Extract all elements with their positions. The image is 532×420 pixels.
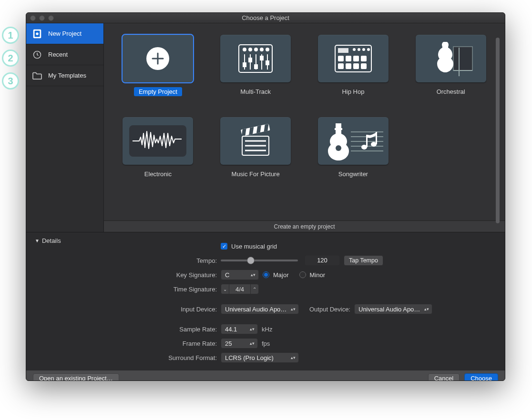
- time-signature-label: Time Signature:: [36, 286, 221, 293]
- stepper-up-icon[interactable]: ⌃: [250, 284, 259, 294]
- time-signature-value[interactable]: 4/4: [229, 284, 250, 294]
- sidebar-item-recent[interactable]: Recent: [26, 44, 103, 65]
- mode-minor-label: Minor: [310, 271, 326, 279]
- svg-rect-30: [361, 56, 367, 61]
- svg-rect-16: [243, 63, 246, 67]
- surround-format-label: Surround Format:: [36, 354, 221, 361]
- tempo-field[interactable]: 120: [305, 255, 340, 266]
- svg-rect-28: [346, 56, 351, 61]
- key-signature-select[interactable]: C▴▾: [221, 270, 259, 280]
- template-songwriter[interactable]: Songwriter: [316, 117, 391, 179]
- sidebar: New Project Recent My Templates: [26, 23, 104, 232]
- drum-machine-icon: [318, 35, 389, 82]
- svg-point-6: [243, 48, 246, 51]
- svg-rect-35: [453, 47, 472, 70]
- svg-rect-27: [338, 56, 344, 61]
- sidebar-item-label: My Templates: [48, 72, 86, 79]
- template-name: Multi-Track: [235, 87, 276, 96]
- sidebar-item-label: New Project: [48, 30, 82, 37]
- svg-rect-53: [366, 135, 368, 147]
- scrollbar[interactable]: [496, 38, 500, 228]
- cancel-button[interactable]: Cancel: [428, 373, 460, 381]
- template-name: Music For Picture: [227, 170, 285, 179]
- template-name: Orchestral: [432, 87, 470, 96]
- mode-major-label: Major: [273, 271, 289, 279]
- details-toggle[interactable]: ▼ Details: [35, 237, 61, 244]
- frame-rate-unit: fps: [262, 340, 270, 347]
- sidebar-item-my-templates[interactable]: My Templates: [26, 65, 103, 86]
- violin-icon: [416, 35, 486, 82]
- template-name: Songwriter: [334, 170, 373, 179]
- annotation-badge-2: 2: [2, 50, 19, 67]
- choose-button[interactable]: Choose: [464, 373, 498, 381]
- template-name: Electronic: [140, 170, 176, 179]
- time-signature-stepper[interactable]: ⌄ 4/4 ⌃: [221, 284, 259, 294]
- project-chooser-window: Choose a Project New Project Recent: [26, 12, 505, 381]
- details-label: Details: [42, 237, 61, 244]
- template-name: Hip Hop: [337, 87, 369, 96]
- use-musical-grid-checkbox[interactable]: ✓: [221, 243, 227, 250]
- svg-point-8: [255, 48, 257, 51]
- svg-point-2: [36, 32, 39, 35]
- template-electronic[interactable]: Electronic: [120, 117, 196, 179]
- template-music-for-picture[interactable]: Music For Picture: [218, 117, 294, 179]
- sidebar-item-label: Recent: [48, 51, 68, 58]
- disclosure-triangle-icon: ▼: [35, 238, 40, 243]
- key-signature-label: Key Signature:: [36, 271, 221, 279]
- file-plus-icon: [32, 29, 42, 39]
- stepper-down-icon[interactable]: ⌄: [221, 284, 229, 294]
- sidebar-item-new-project[interactable]: New Project: [26, 23, 103, 44]
- use-musical-grid-label: Use musical grid: [231, 243, 277, 250]
- svg-point-25: [362, 48, 365, 51]
- template-description: Create an empty project: [104, 220, 505, 232]
- surround-format-select[interactable]: LCRS (Pro Logic)▴▾: [221, 352, 299, 363]
- clapperboard-icon: [220, 117, 291, 165]
- svg-point-10: [266, 48, 269, 51]
- svg-rect-19: [260, 56, 263, 60]
- svg-rect-22: [338, 48, 348, 53]
- plus-circle-icon: [123, 35, 193, 82]
- clock-icon: [32, 50, 42, 60]
- tempo-label: Tempo:: [36, 257, 221, 264]
- svg-point-56: [336, 145, 341, 151]
- input-device-select[interactable]: Universal Audio Apoll…▴▾: [221, 304, 299, 314]
- window-controls[interactable]: [30, 15, 54, 21]
- input-device-label: Input Device:: [36, 306, 221, 313]
- template-orchestral[interactable]: Orchestral: [413, 35, 489, 96]
- svg-rect-20: [266, 61, 269, 65]
- svg-rect-34: [361, 63, 367, 69]
- template-name: Empty Project: [134, 87, 182, 96]
- footer: Open an existing Project… Cancel Choose: [26, 370, 505, 381]
- template-panel: Empty Project: [104, 23, 505, 232]
- open-existing-project-button[interactable]: Open an existing Project…: [33, 373, 119, 381]
- sample-rate-label: Sample Rate:: [36, 326, 221, 333]
- titlebar: Choose a Project: [26, 13, 505, 23]
- tap-tempo-button[interactable]: Tap Tempo: [344, 255, 383, 266]
- guitar-notes-icon: [318, 117, 389, 165]
- output-device-select[interactable]: Universal Audio Apoll…▴▾: [354, 304, 432, 314]
- svg-rect-17: [249, 58, 252, 62]
- folder-icon: [32, 70, 42, 81]
- waveform-icon: [123, 117, 193, 165]
- frame-rate-label: Frame Rate:: [36, 340, 221, 347]
- svg-rect-31: [338, 63, 344, 69]
- mode-minor-radio[interactable]: [299, 271, 306, 278]
- window-title: Choose a Project: [26, 14, 505, 21]
- template-empty-project[interactable]: Empty Project: [120, 35, 196, 96]
- svg-rect-18: [255, 65, 257, 69]
- svg-point-23: [353, 48, 356, 51]
- svg-rect-33: [353, 63, 359, 69]
- frame-rate-select[interactable]: 25▴▾: [221, 338, 258, 349]
- svg-point-24: [358, 48, 360, 51]
- sample-rate-unit: kHz: [262, 326, 272, 333]
- svg-point-26: [367, 48, 370, 51]
- mode-major-radio[interactable]: [263, 271, 269, 278]
- template-multi-track[interactable]: Multi-Track: [218, 35, 294, 96]
- mixer-icon: [220, 35, 291, 82]
- annotation-badge-3: 3: [2, 72, 19, 90]
- details-panel: ▼ Details ✓ Use musical grid Tempo: 120: [26, 232, 505, 370]
- sample-rate-select[interactable]: 44.1▴▾: [221, 324, 258, 334]
- svg-rect-29: [353, 56, 359, 61]
- tempo-slider[interactable]: [221, 260, 298, 261]
- template-hip-hop[interactable]: Hip Hop: [316, 35, 391, 96]
